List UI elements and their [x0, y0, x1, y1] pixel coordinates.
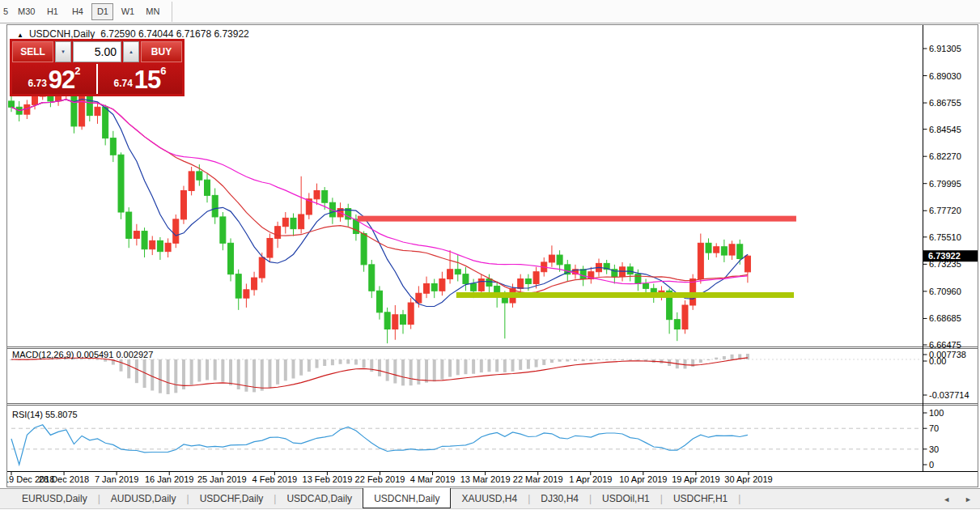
timeframe-h4-button[interactable]: H4 [66, 3, 88, 20]
price-axis-label: 6.82270 [929, 151, 961, 161]
timeframe-m5-button[interactable]: 5 [0, 3, 11, 20]
candle-up [32, 96, 38, 104]
price-axis-label: 6.86755 [929, 98, 961, 108]
timeframe-d1-button[interactable]: D1 [91, 3, 113, 20]
rsi-indicator-label: RSI(14) 55.8075 [12, 410, 78, 419]
candle-up [259, 257, 265, 278]
macd-histogram-bar [299, 359, 303, 376]
candle-up [314, 190, 320, 198]
macd-histogram-bar [167, 359, 170, 394]
tab-usdchf-daily[interactable]: USDCHF,Daily [189, 489, 274, 508]
candle-down [103, 107, 108, 138]
volume-input[interactable]: 5.00 [73, 41, 121, 62]
tab-audusd-daily[interactable]: AUDUSD,Daily [100, 489, 187, 508]
x-axis-label: 30 Apr 2019 [724, 474, 772, 484]
x-axis-label: 4 Feb 2019 [252, 474, 298, 484]
tab-usdoil-h1[interactable]: USDOil,H1 [592, 489, 660, 508]
price-axis-label: 6.77720 [929, 206, 961, 215]
macd-histogram-bar [519, 359, 522, 370]
candle-up [745, 256, 750, 272]
macd-histogram-bar [503, 359, 507, 372]
macd-histogram-bar [151, 359, 154, 391]
x-axis-label: 13 Feb 2019 [303, 474, 353, 484]
rsi-axis-label: 100 [929, 408, 944, 418]
x-axis-label: 19 Apr 2019 [672, 474, 719, 484]
macd-histogram-bar [440, 359, 443, 380]
macd-histogram-bar [174, 359, 177, 393]
macd-histogram-bar [339, 359, 342, 364]
candle-down [525, 279, 531, 284]
macd-histogram-bar [190, 359, 193, 385]
candle-down [205, 180, 210, 195]
timeframe-w1-button[interactable]: W1 [117, 3, 138, 20]
macd-histogram-bar [221, 359, 224, 382]
candle-up [729, 244, 735, 255]
candle-down [157, 240, 163, 251]
macd-histogram-bar [629, 359, 632, 360]
macd-histogram-bar [104, 359, 107, 362]
candle-up [180, 190, 186, 219]
x-axis-label: 22 Mar 2019 [513, 474, 563, 484]
macd-histogram-bar [323, 359, 326, 366]
tab-eurusd-daily[interactable]: EURUSD,Daily [11, 489, 98, 508]
chart-tabs-bar: EURUSD,Daily | AUDUSD,Daily | USDCHF,Dai… [0, 488, 980, 509]
price-axis-label: 6.84545 [929, 125, 961, 134]
candle-up [275, 227, 281, 239]
rsi-axis-label: 70 [929, 423, 939, 433]
macd-histogram-bar [409, 359, 413, 385]
sell-button[interactable]: SELL [12, 41, 53, 62]
tab-usdcad-daily[interactable]: USDCAD,Daily [276, 489, 363, 508]
sell-price-main: 92 [49, 67, 74, 93]
macd-histogram-bar [472, 359, 475, 374]
macd-histogram-bar [574, 359, 577, 361]
candle-down [376, 291, 382, 312]
chart-symbol-period: USDCNH,Daily [29, 28, 95, 40]
macd-histogram-bar [425, 359, 428, 383]
macd-histogram-bar [448, 359, 452, 377]
x-axis-label: 1 Apr 2019 [569, 474, 612, 484]
macd-histogram-bar [558, 359, 562, 362]
tab-dj30-h4[interactable]: DJ30,H4 [530, 489, 589, 508]
price-axis-label: 6.66475 [929, 340, 961, 350]
one-click-trade-panel: SELL ▼ 5.00 ▲ BUY 6.73922 6.74156 [10, 39, 185, 96]
timeframe-mn-button[interactable]: MN [142, 3, 163, 20]
tabs-scroll-right-icon[interactable]: ► [965, 495, 972, 504]
collapse-panel-icon[interactable]: ▲ [17, 32, 23, 39]
candle-up [698, 243, 703, 278]
buy-button[interactable]: BUY [141, 41, 182, 62]
tab-usdcnh-daily-active[interactable]: USDCNH,Daily [363, 488, 451, 508]
candle-up [448, 270, 453, 279]
macd-histogram-bar [636, 359, 639, 360]
candle-down [643, 283, 649, 288]
macd-histogram-bar [707, 359, 711, 360]
candle-up [533, 272, 539, 284]
candle-down [737, 244, 743, 259]
buy-price-pip: 6 [160, 65, 166, 77]
candle-down [486, 279, 492, 287]
candle-up [682, 305, 688, 329]
macd-histogram-bar [346, 359, 350, 363]
candle-down [291, 218, 296, 228]
candle-up [252, 278, 257, 290]
tab-usdchf-h1[interactable]: USDCHF,H1 [663, 489, 738, 508]
trade-panel-quotes: 6.73922 6.74156 [12, 64, 182, 94]
timeframe-h1-button[interactable]: H1 [41, 3, 63, 20]
x-axis-label: 13 Mar 2019 [460, 474, 511, 484]
sell-price-display[interactable]: 6.73922 [12, 64, 96, 94]
volume-increase-button[interactable]: ▲ [123, 41, 139, 62]
macd-histogram-bar [731, 355, 734, 359]
candle-down [235, 274, 241, 298]
candle-down [580, 270, 586, 279]
macd-histogram-bar [291, 359, 295, 379]
buy-price-display[interactable]: 6.74156 [98, 64, 182, 94]
tabs-scroll-left-icon[interactable]: ◄ [943, 495, 950, 504]
tab-scroll-arrows: ◄ ► [943, 495, 972, 504]
candle-down [322, 190, 328, 202]
tab-xauusd-h4[interactable]: XAUUSD,H4 [451, 489, 528, 508]
timeframe-m30-button[interactable]: M30 [15, 3, 38, 20]
macd-histogram-bar [535, 359, 538, 368]
timeframe-toolbar: 5 M30 H1 H4 D1 W1 MN [0, 0, 980, 23]
macd-histogram-bar [746, 354, 749, 359]
macd-histogram-bar [597, 359, 600, 360]
volume-decrease-button[interactable]: ▼ [55, 41, 71, 62]
